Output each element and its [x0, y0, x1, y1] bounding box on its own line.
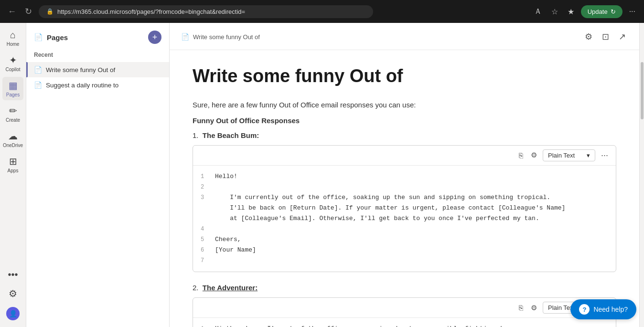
sidebar-title-icon: 📄	[34, 33, 43, 42]
code-line-1-1: 1 Hello!	[193, 171, 616, 182]
url-text: https://m365.cloud.microsoft/pages/?from…	[57, 8, 245, 15]
scrollbar[interactable]	[639, 23, 644, 327]
settings-button[interactable]: ⚙	[2, 285, 23, 302]
apps-icon: ⊞	[9, 156, 17, 167]
chevron-down-icon-1: ▾	[587, 152, 590, 159]
onedrive-label: OneDrive	[3, 143, 23, 148]
breadcrumb: 📄 Write some funny Out of	[181, 33, 260, 41]
favorites-button[interactable]: ☆	[548, 5, 561, 18]
line-num-1-1: 1	[201, 171, 215, 181]
page-topbar: 📄 Write some funny Out of ⚙ ⊡ ↗	[170, 23, 639, 50]
create-label: Create	[6, 117, 20, 123]
settings-icon: ⚙	[9, 288, 17, 299]
page-body: Write some funny Out of Sure, here are a…	[170, 50, 639, 327]
apps-label: Apps	[8, 168, 19, 173]
code-line-2-1: 1 Hi there! I'm out of the office on an …	[193, 324, 616, 327]
sidebar-item-home[interactable]: ⌂ Home	[2, 27, 23, 50]
icon-rail: ⌂ Home ✦ Copilot ▦ Pages ✏ Create ☁ OneD…	[0, 23, 26, 327]
back-button[interactable]: ←	[6, 5, 18, 18]
line-num-2-1: 1	[201, 324, 215, 327]
page-icon-1: 📄	[34, 66, 42, 74]
item-2-title-strong: The Adventurer:	[203, 284, 258, 292]
share-action-button[interactable]: ↗	[617, 30, 628, 44]
pages-label: Pages	[6, 92, 20, 97]
avatar[interactable]: 👤	[2, 304, 23, 323]
settings-action-button[interactable]: ⚙	[583, 30, 594, 44]
sidebar-item-create[interactable]: ✏ Create	[2, 102, 23, 126]
line-text-1-5: Cheers,	[215, 234, 608, 245]
home-icon: ⌂	[10, 30, 16, 41]
line-num-1-2: 2	[201, 182, 215, 192]
line-num-1-3: 3	[201, 192, 215, 202]
need-help-icon: ?	[579, 304, 590, 315]
url-display: https://m365.cloud.microsoft/pages/?from…	[57, 8, 245, 15]
more-button[interactable]: ···	[626, 5, 638, 18]
update-button[interactable]: Update ↻	[581, 5, 623, 18]
code-block-1-header: ⎘ ⚙ Plain Text ▾ ···	[193, 146, 616, 166]
copy-icon-1[interactable]: ⎘	[517, 150, 525, 160]
update-icon: ↻	[611, 8, 616, 15]
update-label: Update	[588, 8, 608, 15]
onedrive-icon: ☁	[8, 130, 18, 142]
code-block-2: ⎘ ⚙ Plain Text ▾ ··· 1 Hi there! I'm out…	[193, 297, 616, 327]
need-help-button[interactable]: ? Need help?	[570, 299, 636, 319]
sidebar-item-label-1: Write some funny Out of	[46, 66, 115, 74]
sidebar-item-label-2: Suggest a daily routine to	[46, 82, 118, 89]
lock-icon: 🔒	[46, 8, 54, 15]
line-text-2-1: Hi there! I'm out of the office on an ep…	[215, 324, 608, 327]
copilot-label: Copilot	[5, 67, 20, 72]
code-block-2-header: ⎘ ⚙ Plain Text ▾ ···	[193, 298, 616, 318]
sidebar-item-copilot[interactable]: ✦ Copilot	[2, 52, 23, 75]
browser-chrome: ← ↻ 🔒 https://m365.cloud.microsoft/pages…	[0, 0, 644, 23]
section-heading: Funny Out of Office Responses	[193, 116, 616, 125]
sidebar: 📄 Pages + Recent 📄 Write some funny Out …	[26, 23, 170, 327]
item-2-underline: The Adventurer:	[203, 284, 258, 292]
sidebar-item-onedrive[interactable]: ☁ OneDrive	[2, 127, 23, 151]
pages-icon: ▦	[9, 80, 18, 91]
code-block-1: ⎘ ⚙ Plain Text ▾ ··· 1 Hello!	[193, 145, 616, 273]
scroll-thumb	[641, 62, 644, 119]
sidebar-title: 📄 Pages	[34, 33, 68, 42]
address-bar[interactable]: 🔒 https://m365.cloud.microsoft/pages/?fr…	[39, 5, 373, 18]
lang-label-1: Plain Text	[548, 152, 575, 159]
sidebar-item-write-funny[interactable]: 📄 Write some funny Out of	[26, 62, 169, 77]
main-content: 📄 Write some funny Out of ⚙ ⊡ ↗ Write so…	[170, 23, 639, 327]
sidebar-item-suggest-daily[interactable]: 📄 Suggest a daily routine to	[26, 77, 169, 93]
code-line-1-3: 3 I'm currently out of the office, soaki…	[193, 192, 616, 224]
sidebar-section-recent: Recent	[26, 50, 169, 62]
item-1-title-strong: The Beach Bum:	[203, 131, 259, 139]
item-1-title: 1. The Beach Bum:	[193, 131, 616, 139]
lang-select-1[interactable]: Plain Text ▾	[543, 149, 595, 161]
code-line-1-7: 7	[193, 255, 616, 266]
add-page-button[interactable]: +	[148, 31, 161, 44]
page-title: Write some funny Out of	[193, 65, 616, 87]
breadcrumb-title: Write some funny Out of	[193, 33, 260, 41]
collections-button[interactable]: ★	[565, 5, 577, 18]
app-layout: ⌂ Home ✦ Copilot ▦ Pages ✏ Create ☁ OneD…	[0, 23, 644, 327]
settings-icon-2[interactable]: ⚙	[529, 303, 539, 313]
sidebar-item-apps[interactable]: ⊞ Apps	[2, 153, 23, 176]
more-options-1[interactable]: ···	[599, 149, 610, 161]
topbar-actions: ⚙ ⊡ ↗	[583, 30, 628, 44]
recent-label: Recent	[34, 52, 53, 58]
forward-button[interactable]: ↻	[23, 5, 34, 18]
sidebar-title-text: Pages	[47, 33, 68, 42]
code-line-1-5: 5 Cheers,	[193, 234, 616, 245]
settings-icon-1[interactable]: ⚙	[529, 150, 539, 160]
page-intro: Sure, here are a few funny Out of Office…	[193, 101, 616, 109]
sidebar-header: 📄 Pages +	[26, 31, 169, 50]
line-text-1-7	[215, 255, 608, 266]
code-line-1-4: 4	[193, 224, 616, 234]
code-line-1-2: 2	[193, 182, 616, 192]
copy-icon-2[interactable]: ⎘	[517, 303, 525, 313]
page-icon-2: 📄	[34, 81, 42, 89]
breadcrumb-page-icon: 📄	[181, 33, 189, 41]
sidebar-item-pages[interactable]: ▦ Pages	[2, 77, 23, 100]
code-line-1-6: 6 [Your Name]	[193, 245, 616, 255]
sidebar-item-more[interactable]: •••	[2, 266, 23, 283]
layout-action-button[interactable]: ⊡	[600, 30, 611, 44]
create-icon: ✏	[9, 105, 17, 116]
reader-mode-button[interactable]: Ａ	[531, 5, 545, 19]
help-icon-text: ?	[582, 306, 586, 313]
numbered-item-2: 2. The Adventurer: ⎘ ⚙ Plain Text ▾ ···	[193, 284, 616, 327]
